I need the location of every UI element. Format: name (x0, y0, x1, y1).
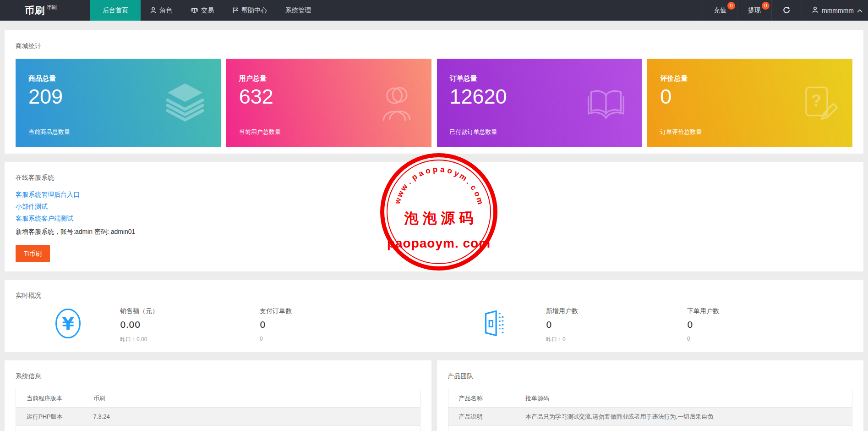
app-logo[interactable]: 币刷 币刷 (0, 0, 90, 21)
recharge-badge: 0 (727, 2, 735, 10)
table-row: 当前程序版本 币刷 (16, 389, 420, 408)
nav-item-label: 交易 (201, 6, 214, 15)
product-team-table: 产品名称 抢单源码 产品说明 本产品只为学习测试交流,请勿要做商业或者用于违法行… (448, 389, 853, 431)
mall-stats-panel: 商城统计 商品总量 209 当前商品总数量 (5, 30, 863, 154)
row-name: 产品名称 (448, 389, 515, 408)
nav-item-trade[interactable]: 交易 (181, 0, 223, 21)
service-account-note: 新增客服系统，账号:admin 密码: admin01 (16, 228, 852, 236)
stat-card-sublabel: 订单评价总数量 (660, 128, 702, 136)
service-admin-link[interactable]: 客服系统管理后台入口 (16, 188, 852, 200)
product-team-panel: 产品团队 产品名称 抢单源码 产品说明 本产品只为学习测试交流,请勿要做商业或者… (437, 360, 864, 431)
svg-text:¥: ¥ (62, 314, 74, 334)
stat-cards: 商品总量 209 当前商品总数量 用户总量 632 (16, 59, 852, 147)
stat-label: 下单用户数 (687, 307, 827, 315)
row-name: 当前程序版本 (16, 389, 83, 408)
nav-item-label: 后台首页 (103, 6, 128, 15)
username: mmmmmm (822, 7, 854, 14)
recharge-label: 充值 (714, 6, 726, 15)
stat-yesterday: 0 (260, 336, 399, 342)
system-info-table: 当前程序版本 币刷 运行PHP版本 7.3.24 (16, 389, 420, 431)
stat-card-users: 用户总量 632 当前用户总数量 (226, 59, 431, 147)
page-content: 商城统计 商品总量 209 当前商品总数量 (0, 30, 868, 431)
nav-item-roles[interactable]: 角色 (141, 0, 181, 21)
row-value: 币刷 (83, 389, 420, 408)
stat-sales: 销售额（元） 0.00 昨日：0.00 (120, 307, 260, 343)
nav-item-label: 角色 (159, 6, 172, 15)
stat-value: 0 (260, 319, 399, 330)
row-value: 抢单源码 (515, 389, 852, 408)
section-title-system-info: 系统信息 (5, 360, 431, 381)
yen-circle-icon: ¥ (55, 308, 81, 339)
service-client-test-link[interactable]: 客服系统客户端测试 (16, 212, 852, 224)
layers-icon (164, 82, 206, 124)
nav-item-system-settings[interactable]: 系统管理 (276, 0, 320, 21)
ti-bishua-button[interactable]: Ti币刷 (16, 245, 50, 262)
row-value: 本产品只为学习测试交流,请勿要做商业或者用于违法行为,一切后果自负 (515, 408, 852, 426)
nav-item-help-center[interactable]: 帮助中心 (223, 0, 276, 21)
stat-card-sublabel: 当前商品总数量 (28, 128, 70, 136)
stat-label: 销售额（元） (120, 307, 260, 315)
stat-card-orders: 订单总量 12620 已付款订单总数量 (437, 59, 642, 147)
user-icon (812, 6, 819, 15)
row-name: 产品说明 (448, 408, 515, 426)
stat-label: 新增用户数 (546, 307, 687, 315)
section-title-mall-stats: 商城统计 (5, 30, 863, 50)
section-title-customer-service: 在线客服系统 (5, 162, 863, 182)
widget-test-link[interactable]: 小部件测试 (16, 200, 852, 212)
stat-card-sublabel: 当前用户总数量 (239, 128, 281, 136)
nav-item-label: 系统管理 (285, 6, 311, 15)
stat-yesterday: 0 (687, 336, 827, 342)
stat-ordering-users: 下单用户数 0 0 (687, 307, 827, 342)
section-title-realtime: 实时概况 (5, 280, 863, 300)
book-icon (585, 82, 627, 124)
refresh-button[interactable] (771, 0, 801, 21)
withdraw-button[interactable]: 提现 0 (737, 0, 771, 21)
flag-icon (232, 7, 239, 14)
recharge-button[interactable]: 充值 0 (703, 0, 737, 21)
users-icon (375, 82, 417, 124)
stat-paid-orders: 支付订单数 0 0 (260, 307, 399, 342)
system-info-panel: 系统信息 当前程序版本 币刷 运行PHP版本 7.3.24 (5, 360, 431, 431)
table-row: 运行PHP版本 7.3.24 (16, 408, 420, 426)
stat-label: 支付订单数 (260, 307, 399, 315)
scales-icon (191, 7, 198, 14)
app-logo-text: 币刷 (25, 4, 45, 17)
app-logo-sup: 币刷 (47, 4, 57, 11)
stat-yesterday: 昨日：0 (546, 336, 687, 343)
table-row: 产品名称 抢单源码 (448, 389, 852, 408)
table-row (448, 426, 852, 431)
stat-card-products: 商品总量 209 当前商品总数量 (16, 59, 221, 147)
realtime-panel: 实时概况 ¥ 销售额（元） 0.00 昨日：0.00 支付订单数 0 0 (5, 280, 863, 352)
table-row (16, 426, 420, 431)
stat-yesterday: 昨日：0.00 (120, 336, 260, 343)
user-menu[interactable]: mmmmmm (801, 0, 868, 21)
stat-card-reviews: 评价总量 0 订单评价总数量 ? (647, 59, 852, 147)
nav-item-label: 帮助中心 (241, 6, 267, 15)
row-name: 运行PHP版本 (16, 408, 83, 426)
building-icon (481, 309, 506, 337)
chevron-up-icon (857, 7, 863, 14)
stat-value: 0.00 (120, 319, 260, 330)
withdraw-label: 提现 (748, 6, 761, 15)
svg-text:?: ? (811, 91, 821, 110)
refresh-icon (782, 6, 790, 15)
nav-item-dashboard[interactable]: 后台首页 (90, 0, 141, 21)
customer-service-panel: 在线客服系统 客服系统管理后台入口 小部件测试 客服系统客户端测试 新增客服系统… (5, 162, 863, 271)
review-question-icon: ? (796, 82, 838, 124)
stat-card-sublabel: 已付款订单总数量 (450, 128, 497, 136)
table-row: 产品说明 本产品只为学习测试交流,请勿要做商业或者用于违法行为,一切后果自负 (448, 408, 852, 426)
top-navbar: 币刷 币刷 后台首页 角色 交易 (0, 0, 868, 21)
withdraw-badge: 0 (762, 2, 770, 10)
row-value: 7.3.24 (83, 408, 420, 426)
navbar-right: 充值 0 提现 0 mmmmmm (703, 0, 868, 21)
stat-value: 0 (546, 319, 687, 330)
main-menu: 后台首页 角色 交易 (90, 0, 320, 21)
stat-new-users: 新增用户数 0 昨日：0 (546, 307, 687, 343)
section-title-product-team: 产品团队 (437, 360, 864, 381)
stat-value: 0 (687, 319, 827, 330)
person-icon (150, 7, 157, 14)
